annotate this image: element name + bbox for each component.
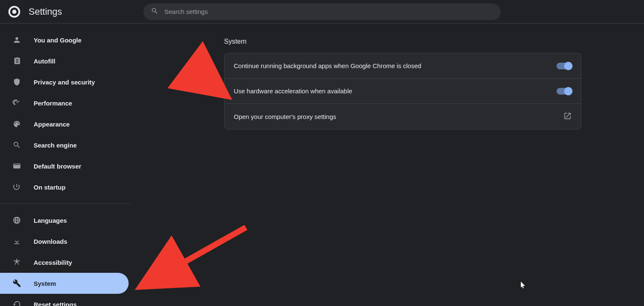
sidebar-item-label: System	[34, 280, 56, 287]
sidebar-item-label: Appearance	[34, 121, 70, 128]
search-icon	[12, 141, 22, 149]
clipboard-icon	[12, 57, 22, 65]
sidebar-item-privacy-and-security[interactable]: Privacy and security	[0, 71, 129, 92]
search-icon	[151, 7, 158, 16]
sidebar-item-default-browser[interactable]: Default browser	[0, 156, 129, 177]
sidebar-item-label: Default browser	[34, 163, 81, 170]
shield-icon	[12, 78, 22, 86]
sidebar-item-autofill[interactable]: Autofill	[0, 50, 129, 71]
sidebar-item-label: Downloads	[34, 238, 67, 245]
main-content: System Continue running background apps …	[130, 24, 644, 306]
speed-icon	[12, 99, 22, 107]
toggle-background-apps[interactable]	[557, 63, 572, 69]
sidebar-item-downloads[interactable]: Downloads	[0, 231, 129, 252]
svg-line-0	[189, 68, 223, 93]
reset-icon	[12, 300, 22, 306]
row-proxy-settings[interactable]: Open your computer's proxy settings	[224, 104, 581, 129]
person-icon	[12, 36, 22, 44]
globe-icon	[12, 216, 22, 224]
chrome-logo-icon	[8, 6, 20, 18]
sidebar-item-label: Accessibility	[34, 259, 72, 266]
toggle-hardware-acceleration[interactable]	[557, 88, 572, 95]
sidebar-item-system[interactable]: System	[0, 273, 129, 294]
search-box[interactable]	[143, 3, 501, 20]
sidebar-item-search-engine[interactable]: Search engine	[0, 135, 129, 156]
row-label: Continue running background apps when Go…	[234, 62, 421, 69]
sidebar-item-label: Search engine	[34, 142, 77, 149]
settings-card: Continue running background apps when Go…	[224, 53, 581, 129]
section-title: System	[224, 38, 581, 45]
sidebar-item-label: Autofill	[34, 58, 55, 65]
accessibility-icon	[12, 258, 22, 266]
sidebar-item-appearance[interactable]: Appearance	[0, 113, 129, 135]
row-background-apps: Continue running background apps when Go…	[224, 53, 581, 79]
sidebar-item-reset-settings[interactable]: Reset settings	[0, 294, 129, 306]
sidebar-item-label: Reset settings	[34, 301, 77, 306]
download-icon	[12, 237, 22, 245]
search-input[interactable]	[164, 8, 493, 15]
sidebar: You and Google Autofill Privacy and secu…	[0, 24, 130, 306]
external-link-icon	[563, 112, 572, 121]
browser-icon	[12, 162, 22, 170]
sidebar-item-label: On startup	[34, 184, 66, 191]
header: Settings	[0, 0, 644, 24]
sidebar-item-label: Languages	[34, 217, 67, 224]
power-icon	[12, 183, 22, 191]
sidebar-separator	[0, 203, 130, 204]
svg-line-1	[145, 227, 246, 284]
sidebar-item-performance[interactable]: Performance	[0, 92, 129, 113]
palette-icon	[12, 120, 22, 128]
sidebar-item-languages[interactable]: Languages	[0, 210, 129, 231]
sidebar-item-label: Performance	[34, 100, 72, 107]
row-label: Use hardware acceleration when available	[234, 87, 352, 95]
sidebar-item-you-and-google[interactable]: You and Google	[0, 29, 129, 50]
page-title: Settings	[29, 6, 62, 17]
sidebar-item-on-startup[interactable]: On startup	[0, 177, 129, 198]
sidebar-item-accessibility[interactable]: Accessibility	[0, 252, 129, 273]
row-hardware-acceleration: Use hardware acceleration when available	[224, 79, 581, 104]
row-label: Open your computer's proxy settings	[234, 113, 336, 120]
sidebar-item-label: Privacy and security	[34, 79, 95, 86]
wrench-icon	[12, 279, 22, 288]
annotation-arrow-2	[137, 225, 254, 294]
sidebar-item-label: You and Google	[34, 37, 82, 44]
